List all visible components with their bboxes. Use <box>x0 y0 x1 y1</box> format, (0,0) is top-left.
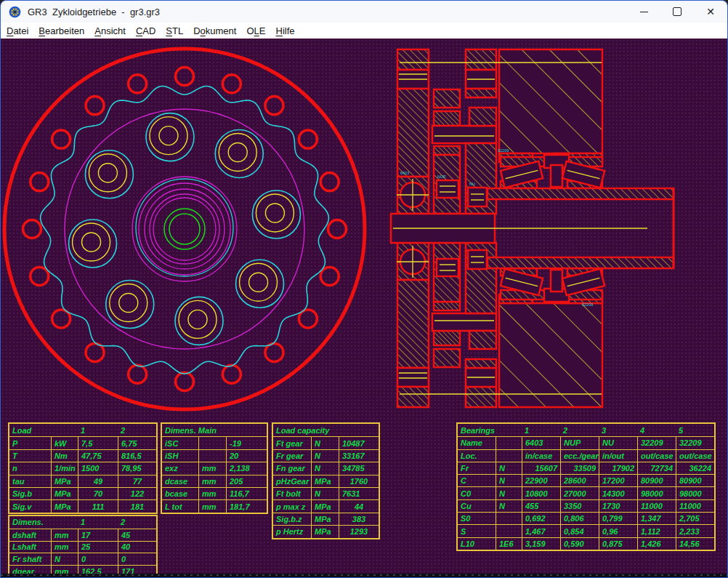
table-cell: Nm <box>51 450 78 462</box>
table-header: Load capacity <box>273 424 379 436</box>
table-cell: 7,5 <box>78 437 118 449</box>
table-load: Load12PkW7,56,75TNm47,75816,5n1/min15007… <box>8 422 158 514</box>
table-row: dcasemm205 <box>162 475 267 487</box>
table-cell: Lshaft <box>9 542 51 553</box>
table-cell: 6403 <box>522 437 560 449</box>
table-row: Fn gearN34785 <box>273 462 379 474</box>
table-cell: MPa <box>51 500 78 512</box>
table-cell: in/out <box>599 450 637 462</box>
table-row: p max zMPa44 <box>273 499 379 512</box>
table-cell: Sig.v <box>9 500 51 512</box>
table-cell: Fr gear <box>273 450 311 462</box>
table-cell: N <box>496 475 522 486</box>
table-cell <box>496 437 522 449</box>
table-cell: 816,5 <box>118 450 156 462</box>
table-cell: S <box>458 525 496 537</box>
table-cell: p Hertz <box>273 526 311 537</box>
table-cell: 1/min <box>51 462 78 474</box>
table-cell: MPa <box>311 500 339 512</box>
table-row: p HertzMPa1293 <box>273 525 379 537</box>
table-cell: 3350 <box>560 500 599 512</box>
table-cell: exz <box>162 462 198 474</box>
status-bar <box>1 574 727 577</box>
table-cell: mm <box>198 500 226 512</box>
window-title: GR3 Zykloidgetriebe - gr3.gr3 <box>28 7 160 17</box>
table-cell: 122 <box>118 488 156 499</box>
bearing-label: 32209 <box>582 302 593 307</box>
table-cell: 1,112 <box>637 525 676 537</box>
minimize-button-icon[interactable] <box>627 1 660 23</box>
table-cell: ecc./gear <box>560 450 599 462</box>
table-header: Dimens. Main <box>162 424 267 436</box>
table-cell: 0,799 <box>599 513 637 524</box>
table-cell: 1,347 <box>637 513 676 524</box>
table-cell: N <box>311 488 339 499</box>
table-cell: NUP <box>560 437 599 449</box>
table-cell: 36224 <box>676 462 714 474</box>
table-cell: 33509 <box>560 462 599 474</box>
table-cell: C0 <box>458 487 496 499</box>
table-cell: 0,590 <box>560 538 599 550</box>
table-cell: Fr <box>458 462 496 474</box>
table-cell: 455 <box>522 500 560 512</box>
table-cell: 70 <box>78 488 118 499</box>
gearbox-section-view: 6403NUPNU3220932209 <box>391 49 674 407</box>
table-cell: 0 <box>118 553 156 565</box>
table-cell: dcase <box>162 475 198 487</box>
table-cell: 2,705 <box>676 513 714 524</box>
menu-item-ansicht[interactable]: Ansicht <box>94 25 126 36</box>
table-row: C0N1080027000143009800098000 <box>458 486 714 499</box>
table-cell: N <box>311 450 339 462</box>
table-cell: 205 <box>226 475 267 487</box>
close-button-icon[interactable]: ✕ <box>694 1 727 23</box>
menu-item-datei[interactable]: Datei <box>7 25 28 36</box>
table-cell: L tot <box>162 500 198 512</box>
table-cell: 77 <box>118 475 156 487</box>
table-cell <box>198 437 226 449</box>
table-col-number: 1 <box>525 424 529 436</box>
table-row: iSC-19 <box>162 436 267 449</box>
table-cell: 45 <box>118 529 156 541</box>
menu-item-cad[interactable]: CAD <box>136 25 155 36</box>
table-cell: Ft bolt <box>273 488 311 499</box>
table-cell: bcase <box>162 488 198 499</box>
table-cell: 32209 <box>637 437 676 449</box>
table-cell: Loc. <box>458 450 496 462</box>
table-row: Loc.in/caseecc./gearin/outout/caseout/ca… <box>458 449 714 462</box>
table-row: Name6403NUPNU3220932209 <box>458 436 714 449</box>
table-cell: 32209 <box>676 437 714 449</box>
table-row: iSH20 <box>162 449 267 462</box>
bearing-label: NU <box>469 182 475 186</box>
table-cell: 0,806 <box>560 513 599 524</box>
table-cell: N <box>311 462 339 474</box>
menu-item-bearbeiten[interactable]: Bearbeiten <box>39 25 84 36</box>
table-load-capacity: Load capacityFt gearN10487Fr gearN33167F… <box>272 422 380 539</box>
table-title: Dimens. <box>12 516 44 529</box>
table-cell: 40 <box>118 542 156 553</box>
cycloid-front-view <box>4 49 365 409</box>
menu-item-dokument[interactable]: Dokument <box>193 25 236 36</box>
table-cell: Sig.b.z <box>273 513 311 525</box>
table-row: Fr gearN33167 <box>273 449 379 462</box>
table-cell: 6,75 <box>118 437 156 449</box>
maximize-button-icon[interactable] <box>660 1 694 23</box>
table-row: Sig.bMPa70122 <box>9 487 156 499</box>
table-cell: 181 <box>118 500 156 512</box>
app-window: GR3 Zykloidgetriebe - gr3.gr3 ✕ DateiBea… <box>0 0 728 578</box>
table-row: dshaftmm1745 <box>9 529 156 541</box>
table-row: S00,6920,8060,7991,3472,705 <box>458 512 714 524</box>
table-cell: 33167 <box>339 450 379 462</box>
bearing-label: 6403 <box>400 171 409 175</box>
menu-item-hilfe[interactable]: Hilfe <box>275 25 294 36</box>
menu-item-ole[interactable]: OLE <box>246 25 265 36</box>
table-cell: mm <box>51 529 78 541</box>
table-cell: 14300 <box>599 487 637 499</box>
table-cell: 2,233 <box>676 525 714 537</box>
table-cell: pHzGear <box>273 475 311 487</box>
drawing-area[interactable]: 6403NUPNU3220932209 Load12PkW7,56,75TNm4… <box>1 39 728 575</box>
table-cell: C <box>458 475 496 486</box>
menu-item-stl[interactable]: STL <box>166 25 183 36</box>
table-col-number: 2 <box>121 424 125 436</box>
table-col-number: 5 <box>679 424 683 436</box>
table-header: Bearings12345 <box>458 424 714 436</box>
